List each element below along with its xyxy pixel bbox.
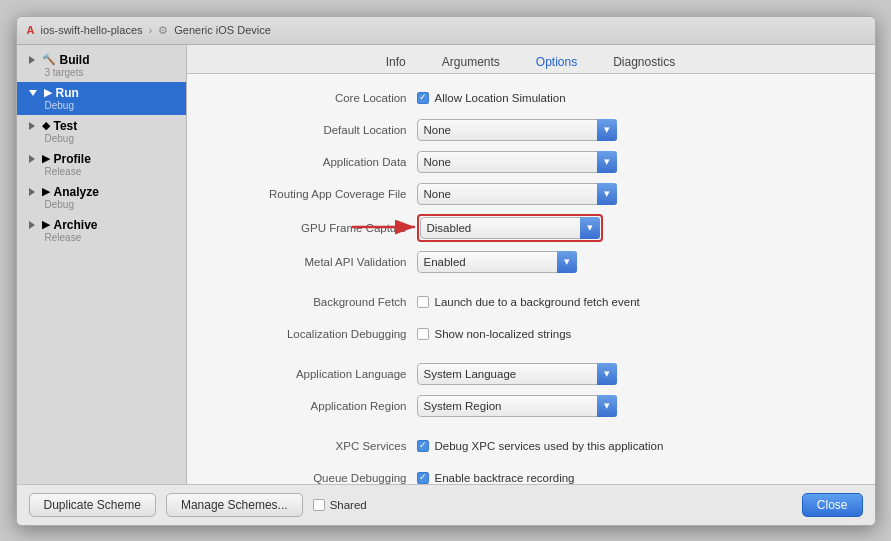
project-icon: A: [27, 24, 35, 36]
application-data-value: None: [417, 151, 845, 173]
core-location-label: Core Location: [217, 92, 417, 104]
tab-bar: Info Arguments Options Diagnostics: [187, 45, 875, 74]
core-location-row: Core Location Allow Location Simulation: [217, 86, 845, 110]
app-region-label: Application Region: [217, 400, 417, 412]
test-icon: ◆: [42, 119, 50, 132]
xpc-services-checkbox[interactable]: [417, 440, 429, 452]
gpu-capture-dropdown[interactable]: Disabled Automatically Enabled Metal Ope…: [420, 217, 600, 239]
tab-diagnostics[interactable]: Diagnostics: [595, 51, 693, 73]
localization-debug-label: Localization Debugging: [217, 328, 417, 340]
archive-icon: ▶: [42, 218, 50, 231]
metal-api-select[interactable]: Enabled Disabled: [417, 251, 577, 273]
routing-coverage-value: None: [417, 183, 845, 205]
device-icon: ⚙: [158, 24, 168, 37]
analyze-icon: ▶: [42, 185, 50, 198]
app-region-dropdown[interactable]: System Region: [417, 395, 617, 417]
duplicate-scheme-button[interactable]: Duplicate Scheme: [29, 493, 156, 517]
sidebar-build-sublabel: 3 targets: [45, 67, 178, 78]
sidebar-archive-label: Archive: [54, 218, 98, 232]
xpc-services-label: XPC Services: [217, 440, 417, 452]
gpu-capture-select[interactable]: Disabled Automatically Enabled Metal Ope…: [420, 217, 600, 239]
triangle-icon: [29, 221, 35, 229]
breadcrumb-separator: ›: [149, 24, 153, 36]
default-location-label: Default Location: [217, 124, 417, 136]
background-fetch-row: Background Fetch Launch due to a backgro…: [217, 290, 845, 314]
sidebar-item-analyze[interactable]: ▶ Analyze Debug: [17, 181, 186, 214]
app-language-label: Application Language: [217, 368, 417, 380]
xpc-services-row: XPC Services Debug XPC services used by …: [217, 434, 845, 458]
queue-debug-checkbox[interactable]: [417, 472, 429, 484]
close-button[interactable]: Close: [802, 493, 863, 517]
divider3: [217, 426, 845, 434]
sidebar: 🔨 Build 3 targets ▶ Run Debug ◆: [17, 45, 187, 484]
core-location-value: Allow Location Simulation: [417, 92, 845, 104]
xpc-services-text: Debug XPC services used by this applicat…: [435, 440, 664, 452]
queue-debug-row: Queue Debugging Enable backtrace recordi…: [217, 466, 845, 484]
allow-location-text: Allow Location Simulation: [435, 92, 566, 104]
triangle-icon: [29, 188, 35, 196]
app-language-row: Application Language System Language: [217, 362, 845, 386]
tab-arguments[interactable]: Arguments: [424, 51, 518, 73]
triangle-icon: [29, 122, 35, 130]
triangle-icon: [29, 56, 35, 64]
routing-coverage-select[interactable]: None: [417, 183, 617, 205]
localization-debug-checkbox[interactable]: [417, 328, 429, 340]
allow-location-checkbox[interactable]: [417, 92, 429, 104]
queue-debug-value: Enable backtrace recording: [417, 472, 845, 484]
sidebar-analyze-label: Analyze: [54, 185, 99, 199]
sidebar-run-label: Run: [56, 86, 79, 100]
localization-debug-text: Show non-localized strings: [435, 328, 572, 340]
shared-label: Shared: [330, 499, 367, 511]
red-arrow-icon: [347, 216, 427, 238]
metal-api-row: Metal API Validation Enabled Disabled: [217, 250, 845, 274]
app-language-select[interactable]: System Language: [417, 363, 617, 385]
default-location-dropdown[interactable]: None: [417, 119, 617, 141]
application-data-label: Application Data: [217, 156, 417, 168]
sidebar-archive-sublabel: Release: [45, 232, 178, 243]
triangle-icon: [29, 155, 35, 163]
routing-coverage-row: Routing App Coverage File None: [217, 182, 845, 206]
tab-options[interactable]: Options: [518, 51, 595, 73]
app-language-dropdown[interactable]: System Language: [417, 363, 617, 385]
xpc-services-value: Debug XPC services used by this applicat…: [417, 440, 845, 452]
sidebar-item-archive[interactable]: ▶ Archive Release: [17, 214, 186, 247]
sidebar-item-run[interactable]: ▶ Run Debug: [17, 82, 186, 115]
localization-debug-value: Show non-localized strings: [417, 328, 845, 340]
routing-coverage-dropdown[interactable]: None: [417, 183, 617, 205]
shared-area: Shared: [313, 499, 367, 511]
routing-coverage-label: Routing App Coverage File: [217, 188, 417, 200]
app-region-select[interactable]: System Region: [417, 395, 617, 417]
queue-debug-label: Queue Debugging: [217, 472, 417, 484]
main-window: A ios-swift-hello-places › ⚙ Generic iOS…: [16, 16, 876, 526]
default-location-select[interactable]: None: [417, 119, 617, 141]
shared-checkbox[interactable]: [313, 499, 325, 511]
build-icon: 🔨: [42, 53, 56, 66]
run-icon: ▶: [44, 86, 52, 99]
sidebar-run-sublabel: Debug: [45, 100, 178, 111]
sidebar-item-build[interactable]: 🔨 Build 3 targets: [17, 49, 186, 82]
sidebar-profile-label: Profile: [54, 152, 91, 166]
background-fetch-checkbox[interactable]: [417, 296, 429, 308]
background-fetch-value: Launch due to a background fetch event: [417, 296, 845, 308]
background-fetch-text: Launch due to a background fetch event: [435, 296, 640, 308]
gpu-capture-highlight: Disabled Automatically Enabled Metal Ope…: [417, 214, 603, 242]
background-fetch-label: Background Fetch: [217, 296, 417, 308]
divider: [217, 282, 845, 290]
queue-debug-text: Enable backtrace recording: [435, 472, 575, 484]
manage-schemes-button[interactable]: Manage Schemes...: [166, 493, 303, 517]
sidebar-item-profile[interactable]: ▶ Profile Release: [17, 148, 186, 181]
app-language-value: System Language: [417, 363, 845, 385]
sidebar-profile-sublabel: Release: [45, 166, 178, 177]
application-data-select[interactable]: None: [417, 151, 617, 173]
metal-api-dropdown[interactable]: Enabled Disabled: [417, 251, 577, 273]
sidebar-item-test[interactable]: ◆ Test Debug: [17, 115, 186, 148]
sidebar-analyze-sublabel: Debug: [45, 199, 178, 210]
device-name: Generic iOS Device: [174, 24, 271, 36]
right-panel: Info Arguments Options Diagnostics Core …: [187, 45, 875, 484]
application-data-row: Application Data None: [217, 150, 845, 174]
main-content: 🔨 Build 3 targets ▶ Run Debug ◆: [17, 45, 875, 484]
application-data-dropdown[interactable]: None: [417, 151, 617, 173]
tab-info[interactable]: Info: [368, 51, 424, 73]
profile-icon: ▶: [42, 152, 50, 165]
sidebar-test-label: Test: [54, 119, 78, 133]
